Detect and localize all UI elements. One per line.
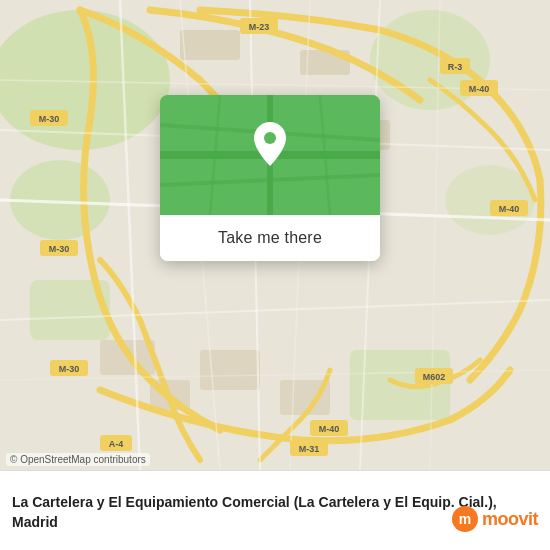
location-card: Take me there	[160, 95, 380, 261]
svg-text:m: m	[459, 511, 471, 527]
svg-rect-10	[200, 350, 260, 390]
svg-text:M-30: M-30	[59, 364, 80, 374]
moovit-text: moovit	[482, 509, 538, 530]
svg-rect-7	[180, 30, 240, 60]
svg-point-54	[264, 132, 276, 144]
map-container: M-30 M-30 M-30 M-23 M-40 M-40 M-40 M-31 …	[0, 0, 550, 470]
card-map-preview	[160, 95, 380, 215]
map-attribution: © OpenStreetMap contributors	[6, 453, 150, 466]
svg-text:M-40: M-40	[469, 84, 490, 94]
svg-text:R-3: R-3	[448, 62, 463, 72]
svg-text:M-23: M-23	[249, 22, 270, 32]
svg-text:M-30: M-30	[39, 114, 60, 124]
svg-text:A-4: A-4	[109, 439, 124, 449]
svg-text:M-40: M-40	[499, 204, 520, 214]
svg-text:M-30: M-30	[49, 244, 70, 254]
moovit-logo: m moovit	[452, 506, 538, 532]
moovit-icon: m	[452, 506, 478, 532]
svg-text:M-40: M-40	[319, 424, 340, 434]
location-pin	[252, 120, 288, 168]
take-me-there-button[interactable]: Take me there	[160, 215, 380, 261]
svg-text:M602: M602	[423, 372, 446, 382]
svg-text:M-31: M-31	[299, 444, 320, 454]
bottom-bar: La Cartelera y El Equipamiento Comercial…	[0, 470, 550, 550]
